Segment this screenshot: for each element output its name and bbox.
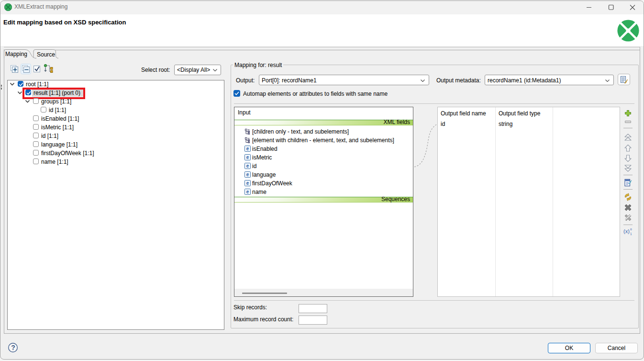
svg-text:e: e [246,155,249,160]
svg-text:e: e [246,189,249,194]
svg-text:e: e [246,163,249,169]
svg-text:e: e [246,180,249,186]
svg-text:1: 1 [630,232,632,235]
svg-text:o: o [630,227,632,231]
svg-text:?: ? [11,344,15,351]
svg-text:e: e [246,146,249,151]
svg-text:(x): (x) [623,228,630,234]
svg-text:e: e [246,172,249,177]
